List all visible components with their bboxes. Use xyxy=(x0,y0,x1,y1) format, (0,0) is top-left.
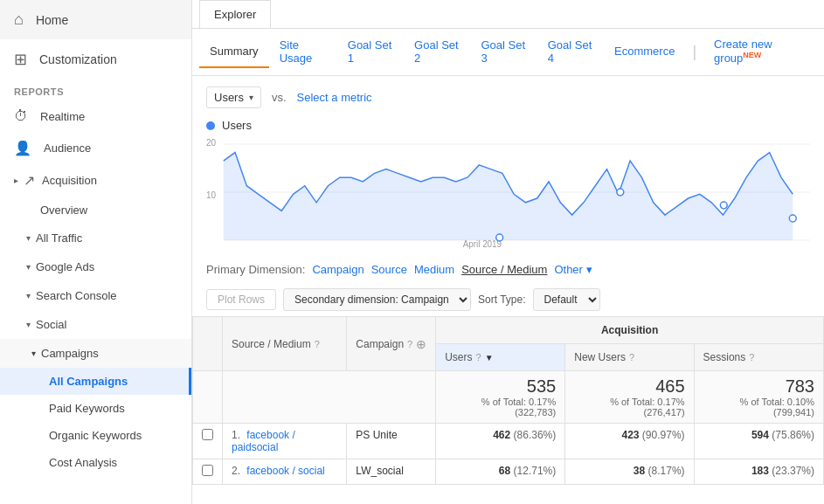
reports-label: REPORTS xyxy=(0,79,191,100)
th-new-users[interactable]: New Users ? xyxy=(565,344,694,371)
add-dim-icon[interactable]: ⊕ xyxy=(416,337,426,351)
sidebar-acquisition-label: Acquisition xyxy=(42,174,97,187)
help-icon-3: ? xyxy=(476,352,481,362)
svg-point-9 xyxy=(789,215,796,222)
tab-ecommerce[interactable]: Ecommerce xyxy=(604,36,685,68)
tab-bar: Explorer xyxy=(192,0,824,29)
tab-summary[interactable]: Summary xyxy=(199,36,269,68)
sidebar-item-search-console[interactable]: ▾ Search Console xyxy=(0,281,191,310)
svg-text:April 2019: April 2019 xyxy=(463,239,502,249)
sidebar-search-console-label: Search Console xyxy=(36,289,117,302)
tab-create-new-group[interactable]: Create new groupNEW xyxy=(703,29,817,75)
acquisition-icon: ↗ xyxy=(24,172,35,189)
sidebar-item-acquisition[interactable]: ▸ ↗ Acquisition xyxy=(0,164,191,197)
table-controls: Plot Rows Secondary dimension: Campaign … xyxy=(192,283,824,316)
tab-explorer[interactable]: Explorer xyxy=(199,0,271,28)
chart-area: 20 10 April 2019 xyxy=(206,135,810,249)
primary-dimension: Primary Dimension: Campaign Source Mediu… xyxy=(192,256,824,283)
sidebar-social-label: Social xyxy=(36,318,66,331)
source-medium-link[interactable]: facebook / social xyxy=(246,465,324,477)
total-checkbox-cell xyxy=(193,371,223,424)
dim-medium[interactable]: Medium xyxy=(414,263,454,276)
sidebar-item-paid-keywords[interactable]: Paid Keywords xyxy=(0,395,191,422)
chart-container: Users 20 10 April 2019 xyxy=(192,119,824,256)
sidebar-customization-label: Customization xyxy=(39,52,117,66)
total-new-users-cell: 465 % of Total: 0.17% (276,417) xyxy=(565,371,694,424)
table-total-row: 535 % of Total: 0.17% (322,783) 465 % of… xyxy=(193,371,824,424)
sidebar-item-social[interactable]: ▾ Social xyxy=(0,310,191,339)
chevron-right-icon-4: ▾ xyxy=(26,320,31,329)
realtime-icon: ⏱ xyxy=(14,108,28,124)
sidebar-item-audience[interactable]: 👤 Audience xyxy=(0,132,191,164)
plot-rows-button[interactable]: Plot Rows xyxy=(206,289,276,310)
th-users[interactable]: Users ? ▼ xyxy=(436,344,565,371)
sidebar-item-all-campaigns[interactable]: All Campaigns xyxy=(0,368,191,395)
sidebar-item-cost-analysis[interactable]: Cost Analysis xyxy=(0,449,191,476)
sidebar-item-realtime[interactable]: ⏱ Realtime xyxy=(0,100,191,132)
sidebar-audience-label: Audience xyxy=(44,142,91,155)
sidebar-realtime-label: Realtime xyxy=(40,110,85,123)
row-campaign: PS Unite xyxy=(347,424,436,459)
tab-goal-set-4[interactable]: Goal Set 4 xyxy=(537,30,604,75)
campaigns-children: All Campaigns Paid Keywords Organic Keyw… xyxy=(0,368,191,476)
legend-dot xyxy=(206,121,215,130)
svg-point-7 xyxy=(617,189,624,196)
svg-point-8 xyxy=(720,202,727,209)
tab-goal-set-2[interactable]: Goal Set 2 xyxy=(404,30,470,75)
sidebar-item-all-traffic[interactable]: ▾ All Traffic xyxy=(0,224,191,252)
help-icon-4: ? xyxy=(629,352,634,362)
chart-svg: 20 10 April 2019 xyxy=(206,135,810,249)
row-source-medium: 1. facebook / paidsocial xyxy=(223,424,347,459)
table-body: 1. facebook / paidsocial PS Unite 462 (8… xyxy=(193,424,824,485)
dim-campaign[interactable]: Campaign xyxy=(312,263,364,276)
customization-icon: ⊞ xyxy=(14,50,27,69)
sort-type-label: Sort Type: xyxy=(478,293,525,306)
row-users: 68 (12.71%) xyxy=(436,459,565,485)
source-medium-link[interactable]: facebook / paidsocial xyxy=(232,429,295,453)
tab-goal-set-3[interactable]: Goal Set 3 xyxy=(470,30,537,75)
chart-legend-label: Users xyxy=(222,119,252,132)
sidebar-item-google-ads[interactable]: ▾ Google Ads xyxy=(0,252,191,281)
row-checkbox[interactable] xyxy=(193,424,223,459)
th-checkbox xyxy=(193,317,223,371)
sidebar-item-overview[interactable]: Overview xyxy=(0,197,191,224)
primary-dim-label: Primary Dimension: xyxy=(206,263,305,276)
dim-other[interactable]: Other ▾ xyxy=(554,263,592,276)
vs-label: vs. xyxy=(272,91,287,104)
row-sessions: 183 (23.37%) xyxy=(694,459,823,485)
secondary-dimension-select[interactable]: Secondary dimension: Campaign xyxy=(283,288,471,311)
content-area: Users ▾ vs. Select a metric Users 20 10 xyxy=(192,76,824,504)
sidebar-item-home[interactable]: ⌂ Home xyxy=(0,0,191,39)
chevron-down-icon: ▸ xyxy=(14,176,18,185)
chart-legend: Users xyxy=(206,119,810,132)
th-campaign: Campaign ? ⊕ xyxy=(347,317,436,371)
tab-goal-set-1[interactable]: Goal Set 1 xyxy=(337,30,404,75)
total-label-cell xyxy=(223,371,436,424)
th-acquisition-group: Acquisition xyxy=(436,317,824,344)
total-sessions-cell: 783 % of Total: 0.10% (799,941) xyxy=(694,371,823,424)
metric-dropdown[interactable]: Users ▾ xyxy=(206,86,261,108)
dropdown-arrow-icon: ▾ xyxy=(249,93,253,102)
tab-divider: | xyxy=(692,43,696,61)
row-checkbox[interactable] xyxy=(193,459,223,485)
new-badge: NEW xyxy=(743,51,761,59)
metric-selector: Users ▾ vs. Select a metric xyxy=(192,76,824,119)
svg-text:20: 20 xyxy=(206,138,216,148)
chevron-right-icon: ▾ xyxy=(26,233,31,243)
sidebar-item-organic-keywords[interactable]: Organic Keywords xyxy=(0,422,191,449)
sub-tab-bar: Summary Site Usage Goal Set 1 Goal Set 2… xyxy=(192,29,824,76)
sidebar-item-campaigns[interactable]: ▾ Campaigns xyxy=(0,339,191,368)
tab-site-usage[interactable]: Site Usage xyxy=(269,30,337,75)
sidebar-all-traffic-label: All Traffic xyxy=(36,231,82,245)
sidebar-campaigns-label: Campaigns xyxy=(41,347,99,360)
sidebar-item-customization[interactable]: ⊞ Customization xyxy=(0,39,191,79)
sort-default-select[interactable]: Default xyxy=(533,288,600,311)
table-row: 1. facebook / paidsocial PS Unite 462 (8… xyxy=(193,424,824,459)
total-users-cell: 535 % of Total: 0.17% (322,783) xyxy=(436,371,565,424)
sidebar-google-ads-label: Google Ads xyxy=(36,260,94,273)
row-sessions: 594 (75.86%) xyxy=(694,424,823,459)
th-sessions[interactable]: Sessions ? xyxy=(694,344,823,371)
select-metric-link[interactable]: Select a metric xyxy=(297,91,372,104)
dim-source[interactable]: Source xyxy=(371,263,407,276)
dim-source-medium[interactable]: Source / Medium xyxy=(461,263,547,276)
